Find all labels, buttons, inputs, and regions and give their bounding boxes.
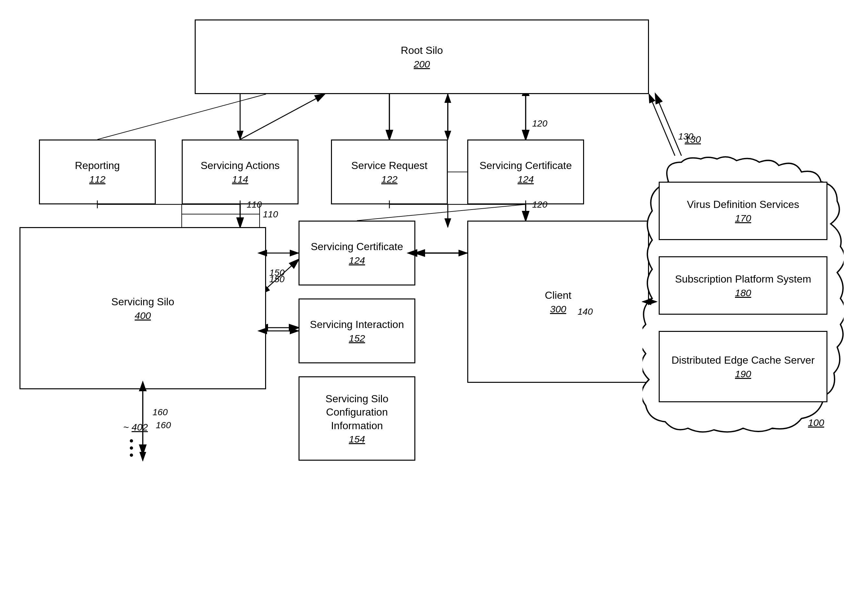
servicing-cert-top-label: Servicing Certificate [480,159,572,173]
distributed-edge-cache-box: Distributed Edge Cache Server 190 [659,331,828,402]
servicing-interaction-label: Servicing Interaction [310,318,404,332]
svg-line-27 [357,205,525,221]
svg-text:150: 150 [269,274,285,284]
svg-text:130: 130 [685,134,701,145]
servicing-silo-config-id: 154 [349,434,365,445]
client-id: 300 [550,304,566,315]
svg-line-20 [97,94,266,139]
servicing-cert-top-box: Servicing Certificate 124 [467,139,584,205]
servicing-actions-label: Servicing Actions [200,159,280,173]
virus-def-label: Virus Definition Services [687,198,799,212]
svg-text:120: 120 [532,118,547,129]
client-label: Client [545,289,571,302]
servicing-cert-top-id: 124 [518,174,534,185]
dot-3 [130,454,133,457]
servicing-silo-config-label: Servicing Silo Configuration Information [299,392,414,433]
servicing-interaction-box: Servicing Interaction 152 [299,298,415,363]
cloud-id: 100 [808,417,824,428]
cloud-container: 100 Virus Definition Services 170 Subscr… [642,156,844,435]
servicing-silo-id: 400 [135,310,151,321]
subscription-platform-box: Subscription Platform System 180 [659,256,828,315]
virus-def-box: Virus Definition Services 170 [659,182,828,240]
dot-1 [130,439,133,442]
svg-line-2 [656,94,681,156]
servicing-silo-label: Servicing Silo [111,295,174,309]
svg-line-52 [649,94,675,156]
service-request-id: 122 [381,174,397,185]
svg-text:110: 110 [263,209,278,219]
service-request-label: Service Request [352,159,428,173]
servicing-cert-mid-id: 124 [349,255,365,266]
reporting-label: Reporting [75,159,120,173]
svg-line-21 [240,94,324,139]
servicing-interaction-id: 152 [349,333,365,344]
label-402: 402 [132,422,148,433]
root-silo-id: 200 [414,59,430,70]
root-silo-label: Root Silo [401,44,443,57]
svg-text:130: 130 [678,132,693,141]
service-request-box: Service Request 122 [331,139,448,205]
distributed-edge-cache-label: Distributed Edge Cache Server [671,353,814,367]
svg-text:150: 150 [269,268,285,278]
subscription-platform-id: 180 [735,287,751,298]
servicing-actions-box: Servicing Actions 114 [182,139,299,205]
servicing-silo-config-box: Servicing Silo Configuration Information… [299,376,415,461]
tilde-icon: ~ [123,422,129,433]
reporting-box: Reporting 112 [39,139,156,205]
svg-text:160: 160 [156,420,171,430]
svg-line-13 [266,260,299,289]
servicing-actions-id: 114 [232,174,248,185]
dots-group: ~ 402 [123,422,148,457]
servicing-cert-mid-label: Servicing Certificate [311,240,403,254]
distributed-edge-cache-id: 190 [735,369,751,380]
servicing-cert-mid-box: Servicing Certificate 124 [299,221,415,285]
reporting-id: 112 [89,174,105,185]
virus-def-id: 170 [735,213,751,224]
subscription-platform-label: Subscription Platform System [675,273,811,286]
root-silo-box: Root Silo 200 [195,19,649,94]
dot-2 [130,446,133,449]
servicing-silo-box: Servicing Silo 400 [19,227,266,389]
client-box: Client 300 [467,221,649,383]
svg-text:160: 160 [152,407,168,417]
